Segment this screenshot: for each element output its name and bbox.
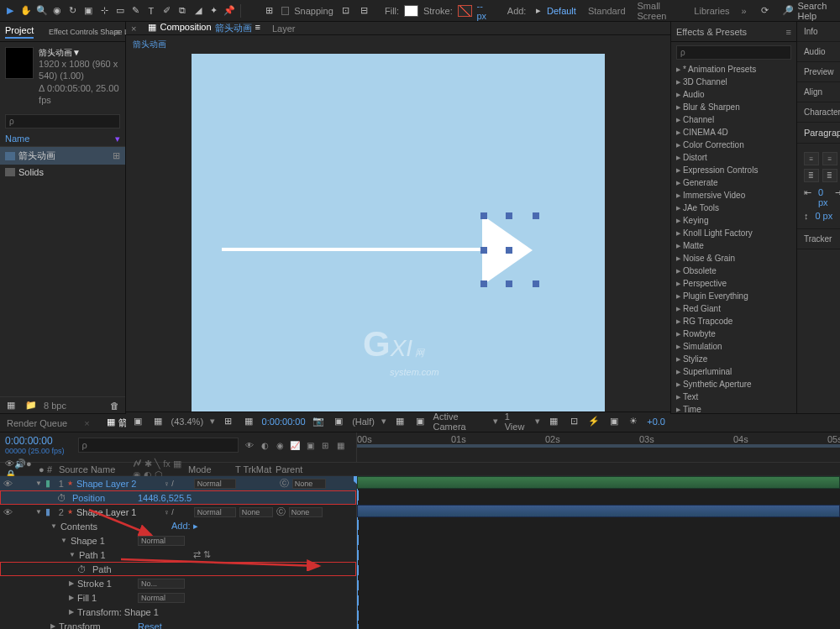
prop-transform[interactable]: ▶ Transform Reset [0,619,356,629]
orbit-tool-icon[interactable]: ◉ [50,3,65,18]
sync-icon[interactable]: ⟳ [759,3,771,18]
mode-select[interactable]: Normal [194,479,236,489]
layer-row-1[interactable]: 👁 ▼ ▮ 1 ★ Shape Layer 2 ♀ / Normal ⓒ Non… [0,476,356,490]
twirl-icon[interactable]: ▼ [50,522,57,530]
folder-new-icon[interactable]: 📁 [24,398,39,413]
align-left-icon[interactable]: ≡ [804,152,819,165]
effect-category[interactable]: ▶Rowbyte [671,328,796,340]
workspace-standard[interactable]: Standard [588,6,626,16]
stopwatch-icon[interactable]: ⏱ [57,493,66,503]
track-keyframe[interactable] [357,565,359,575]
switch-icon[interactable]: ⊞ [319,439,331,451]
section-preview[interactable]: Preview [797,62,840,82]
hand-tool-icon[interactable]: ✋ [19,3,34,18]
effect-category[interactable]: ▶Noise & Grain [671,252,796,265]
tab-composition[interactable]: ▦ Composition 箭头动画 ≡ [148,22,260,34]
layer-name[interactable]: Shape Layer 1 [76,507,160,517]
track-keyframe[interactable] [357,535,359,545]
vis-icon[interactable]: 👁 [3,507,12,517]
effect-category[interactable]: ▶Expression Controls [671,164,796,176]
track-keyframe[interactable] [357,520,359,530]
effect-category[interactable]: ▶CINEMA 4D [671,126,796,139]
col-trkmat[interactable]: T TrkMat [235,464,276,474]
col-mode[interactable]: Mode [188,464,235,474]
effect-category[interactable]: ▶Stylize [671,353,796,365]
type-tool-icon[interactable]: T [144,3,159,18]
twirl-icon[interactable]: ▶ [69,594,74,601]
twirl-icon[interactable]: ▼ [35,480,42,487]
handle-br[interactable] [533,280,539,287]
handle-bc[interactable] [506,280,512,287]
shape-tool-icon[interactable]: ▭ [113,3,127,18]
handle-bl[interactable] [480,280,487,287]
effect-category[interactable]: ▶Plugin Everything [671,290,796,302]
exposure-value[interactable]: +0.0 [647,417,665,427]
fast-prev-icon[interactable]: ⚡ [587,414,601,429]
interp-icon[interactable]: ▦ [3,398,18,413]
trash-icon[interactable]: 🗑 [107,398,122,413]
handle-tr[interactable] [533,212,539,219]
section-tracker[interactable]: Tracker [797,229,840,249]
flowchart-icon[interactable]: ⊞ [113,150,120,161]
comp-breadcrumb[interactable]: 箭头动画 [126,35,670,54]
effect-category[interactable]: ▶Channel [671,113,796,126]
prop-transform-shape[interactable]: ▶ Transform: Shape 1 [0,605,356,619]
workspace-libraries[interactable]: Libraries [694,6,729,16]
track-keyframe[interactable] [357,595,359,605]
shy-icon[interactable]: 👁 [244,439,255,451]
tab-render-queue[interactable]: Render Queue [7,418,67,428]
indent-left-val[interactable]: 0 px [818,187,828,207]
col-parent[interactable]: Parent [276,464,302,474]
effect-category[interactable]: ▶Text [671,391,796,403]
anchor-tool-icon[interactable]: ⊹ [97,3,112,18]
canvas[interactable]: GXI 网 system.com [192,54,605,411]
twirl-icon[interactable]: ▶ [69,579,74,587]
chan-icon[interactable]: ▣ [607,414,621,429]
effect-category[interactable]: ▶Synthetic Aperture [671,378,796,391]
effect-category[interactable]: ▶RG Trapcode [671,315,796,328]
track-keyframe[interactable] [357,611,359,621]
justify-right-icon[interactable]: ≣ [822,169,837,182]
draft3d-icon[interactable]: ▣ [304,439,316,451]
effect-category[interactable]: ▶Superluminal [671,365,796,378]
section-character[interactable]: Character [797,102,840,123]
effect-category[interactable]: ▶3D Channel [671,76,796,88]
fill-swatch[interactable] [404,5,418,17]
comp-tab-close-icon[interactable]: × [131,24,136,34]
col-sort-icon[interactable]: ▾ [115,134,120,144]
frameblend-icon[interactable]: ◐ [259,439,270,451]
twirl-icon[interactable]: ▼ [35,508,42,516]
resolution-value[interactable]: (Half) [352,417,375,427]
layer-row-2[interactable]: 👁 ▼ ▮ 2 ★ Shape Layer 1 ♀ / Normal None … [0,505,356,519]
pen-tool-icon[interactable]: ✎ [129,3,143,18]
mb-icon[interactable]: ◉ [274,439,286,451]
stroke-swatch[interactable] [458,5,472,17]
prop-contents[interactable]: ▼ Contents Add: ▸ [0,519,356,533]
effect-category[interactable]: ▶Audio [671,88,796,101]
parent-select[interactable]: None [289,507,323,517]
section-audio[interactable]: Audio [797,42,840,62]
handle-anchor[interactable] [506,247,512,254]
effects-menu-icon[interactable]: ≡ [785,27,790,37]
space-before-icon[interactable]: ↕ [804,211,809,222]
col-name[interactable]: Name [5,134,29,144]
prop-position[interactable]: ⏱ Position 1448.6,525.5 [0,490,356,505]
effect-category[interactable]: ▶Knoll Light Factory [671,227,796,239]
effect-category[interactable]: ▶Color Correction [671,139,796,151]
mode-select[interactable]: Normal [194,507,236,517]
project-item-comp[interactable]: 箭头动画 ⊞ [0,147,125,165]
effect-category[interactable]: ▶Distort [671,151,796,164]
workspace-more-icon[interactable]: » [742,6,747,16]
selection-tool-icon[interactable]: ▶ [3,3,18,18]
workspace-small[interactable]: Small Screen [638,1,683,21]
align-center-icon[interactable]: ≡ [822,152,837,165]
tab-layer[interactable]: Layer [272,24,296,34]
effect-category[interactable]: ▶JAe Tools [671,202,796,214]
view-value[interactable]: 1 View [505,411,529,432]
effect-category[interactable]: ▶* Animation Presets [671,63,796,76]
roto-tool-icon[interactable]: ✦ [207,3,221,18]
effect-category[interactable]: ▶Blur & Sharpen [671,101,796,113]
tl-timecode[interactable]: 0:00:00:00 [5,435,65,447]
mode-icon[interactable]: ▦ [334,439,346,451]
transp-icon[interactable]: ▣ [413,414,427,429]
